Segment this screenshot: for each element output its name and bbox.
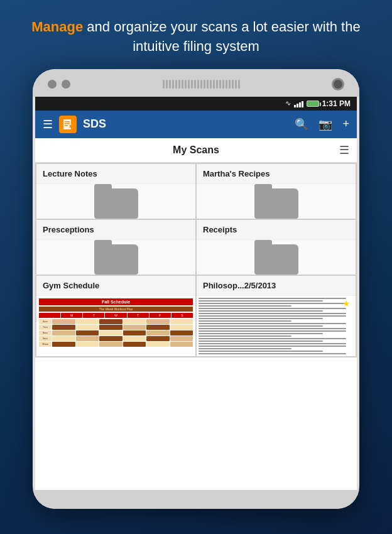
item-thumbnail — [36, 184, 195, 219]
doc-line — [199, 333, 323, 334]
list-item[interactable]: Gym Schedule Fall Schedule The Week Work… — [36, 276, 195, 356]
signal-bars — [294, 100, 303, 107]
headline-text: and organize your scans a lot easier wit… — [83, 19, 360, 54]
gym-slot — [52, 319, 75, 324]
gym-slot — [170, 330, 193, 335]
files-grid: Lecture Notes Martha's Recipes — [35, 163, 357, 357]
phone-camera — [332, 78, 344, 90]
phone-top-bar — [33, 69, 359, 97]
folder-body — [254, 244, 298, 275]
gym-header-cell: F — [150, 313, 171, 318]
gym-slot — [99, 330, 122, 335]
doc-line — [199, 313, 346, 314]
gym-slot — [123, 319, 146, 324]
gym-slot — [99, 319, 122, 324]
folder-icon — [254, 184, 298, 219]
wifi-icon: ∿ — [285, 99, 291, 107]
gym-time: 7am — [39, 325, 52, 330]
gym-slot — [123, 330, 146, 335]
phone-screen: ∿ 1:31 PM ☰ SDS — [35, 97, 357, 490]
status-bar: ∿ 1:31 PM — [35, 97, 357, 111]
doc-line — [199, 318, 323, 319]
gym-row: 7am — [39, 325, 193, 330]
gym-slot — [170, 325, 193, 330]
gym-slot — [99, 336, 122, 341]
phone-dots — [48, 80, 70, 89]
item-thumbnail — [197, 240, 356, 275]
list-view-icon[interactable]: ☰ — [339, 143, 349, 157]
doc-line — [199, 320, 291, 322]
signal-bar-3 — [299, 102, 301, 107]
item-label: Lecture Notes — [36, 164, 195, 184]
app-title: SDS — [83, 117, 288, 131]
gym-row: 8am — [39, 330, 193, 335]
gym-slot — [52, 336, 75, 341]
signal-bar-2 — [297, 104, 298, 107]
gym-slot — [76, 325, 99, 330]
list-item[interactable]: Martha's Recipes — [197, 164, 356, 219]
gym-time: 10am — [39, 342, 52, 347]
gym-slot — [146, 319, 170, 324]
headline: Manage and organize your scans a lot eas… — [0, 0, 392, 69]
list-item[interactable]: Lecture Notes — [36, 164, 195, 219]
status-time: 1:31 PM — [322, 99, 351, 108]
doc-line — [199, 308, 346, 309]
item-label: Martha's Recipes — [197, 164, 356, 184]
svg-rect-1 — [65, 121, 70, 123]
add-icon[interactable]: + — [342, 117, 349, 131]
doc-line — [199, 328, 346, 329]
item-label: Presceptions — [36, 220, 195, 240]
doc-line — [199, 353, 346, 354]
gym-header-cell: T — [128, 313, 149, 318]
signal-bar-1 — [294, 105, 296, 107]
doc-line — [199, 338, 346, 339]
gym-time: 9am — [39, 336, 52, 341]
gym-subtitle: The Week Workout Plan — [39, 307, 193, 312]
list-item[interactable]: Presceptions — [36, 220, 195, 275]
doc-line — [199, 325, 323, 327]
gym-slot — [170, 319, 193, 324]
gym-title: Fall Schedule — [39, 298, 193, 305]
gym-slot — [76, 330, 99, 335]
doc-line — [199, 303, 346, 304]
folder-body — [254, 188, 298, 219]
gym-row: 6am — [39, 319, 193, 324]
signal-bar-4 — [302, 101, 303, 107]
scans-title: My Scans — [173, 144, 219, 156]
doc-line — [199, 300, 323, 302]
search-icon[interactable]: 🔍 — [295, 117, 308, 131]
folder-icon — [94, 240, 138, 275]
menu-icon[interactable]: ☰ — [43, 117, 53, 131]
camera-icon[interactable]: 📷 — [318, 117, 332, 131]
svg-rect-3 — [65, 125, 68, 126]
philosophy-thumbnail: ★ — [197, 296, 356, 356]
gym-header-row: M T W T F S — [39, 313, 193, 318]
folder-body — [94, 188, 138, 219]
doc-line — [199, 305, 291, 307]
gym-header-cell: T — [83, 313, 104, 318]
star-icon: ★ — [342, 298, 351, 308]
item-thumbnail: Fall Schedule The Week Workout Plan M T … — [36, 296, 195, 356]
gym-slot — [52, 342, 75, 347]
gym-rows: 6am 7am — [39, 319, 193, 347]
gym-slot — [146, 330, 170, 335]
gym-slot — [146, 325, 170, 330]
list-item[interactable]: Receipts — [197, 220, 356, 275]
gym-slot — [123, 336, 146, 341]
folder-icon — [254, 240, 298, 275]
list-item[interactable]: Philosop...2/5/2013 ★ — [197, 276, 356, 356]
gym-slot — [146, 342, 170, 347]
gym-slot — [52, 325, 75, 330]
doc-line — [199, 346, 346, 347]
item-thumbnail — [197, 184, 356, 219]
app-logo — [59, 116, 77, 133]
battery-icon — [307, 101, 319, 107]
folder-icon — [94, 184, 138, 219]
gym-header-cell: S — [172, 313, 193, 318]
doc-line — [199, 343, 346, 344]
logo-icon — [62, 119, 74, 130]
item-label: Gym Schedule — [36, 276, 195, 296]
doc-line — [199, 323, 346, 324]
phone-shell: ∿ 1:31 PM ☰ SDS — [33, 69, 359, 509]
gym-slot — [170, 336, 193, 341]
